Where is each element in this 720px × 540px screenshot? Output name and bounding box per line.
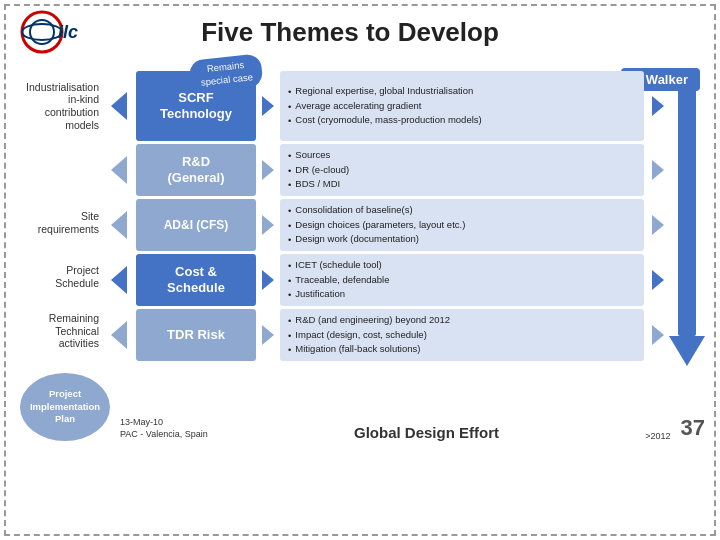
bullet-item: • Design choices (parameters, layout etc… bbox=[288, 219, 636, 232]
row-right-arrow-3 bbox=[259, 199, 277, 251]
svg-rect-4 bbox=[678, 71, 696, 336]
bullets-rd: • Sources • DR (e-cloud) • BDS / MDI bbox=[280, 144, 644, 196]
bullets-cost: • ICET (schedule tool) • Traceable, defe… bbox=[280, 254, 644, 306]
bottom-center: Global Design Effort bbox=[218, 424, 636, 441]
bullet-item: • Sources bbox=[288, 149, 636, 162]
svg-marker-5 bbox=[669, 336, 705, 366]
left-label-4: ProjectSchedule bbox=[10, 251, 105, 303]
gt2012-label: >2012 bbox=[645, 431, 670, 441]
bottom-section: ProjectImplementationPlan 13-May-10 PAC … bbox=[0, 369, 720, 447]
themes-column: Remainsspecial case SCRFTechnology • Reg… bbox=[105, 61, 669, 366]
bullet-item: • Average accelerating gradient bbox=[288, 100, 636, 113]
left-label-3: Siterequirements bbox=[10, 197, 105, 249]
left-label-2 bbox=[10, 143, 105, 195]
bullet-item: • Consolidation of baseline(s) bbox=[288, 204, 636, 217]
bullet-item: • DR (e-cloud) bbox=[288, 164, 636, 177]
far-right-arrow-4 bbox=[647, 254, 669, 306]
bullets-adi: • Consolidation of baseline(s) • Design … bbox=[280, 199, 644, 251]
theme-box-cost: Cost &Schedule bbox=[136, 254, 256, 306]
right-vertical-arrow bbox=[669, 71, 705, 366]
bullet-item: • Regional expertise, global Industriali… bbox=[288, 85, 636, 98]
theme-box-rd: R&D(General) bbox=[136, 144, 256, 196]
row-right-arrow-2 bbox=[259, 144, 277, 196]
far-right-arrow-1 bbox=[647, 71, 669, 141]
special-badge: Remainsspecial case bbox=[190, 57, 262, 90]
far-right-arrow-5 bbox=[647, 309, 669, 361]
far-right-arrow-2 bbox=[647, 144, 669, 196]
row-arrow-5 bbox=[105, 309, 133, 361]
theme-row-2: R&D(General) • Sources • DR (e-cloud) • … bbox=[105, 144, 669, 196]
page-title: Five Themes to Develop bbox=[0, 17, 700, 48]
global-design-label: Global Design Effort bbox=[218, 424, 636, 441]
far-right-arrow-3 bbox=[647, 199, 669, 251]
header: ilc Five Themes to Develop bbox=[0, 0, 720, 59]
theme-row-4: Cost &Schedule • ICET (schedule tool) • … bbox=[105, 254, 669, 306]
row-right-arrow-5 bbox=[259, 309, 277, 361]
left-label-1: Industrialisationin-kindcontributionmode… bbox=[10, 71, 105, 141]
bullet-item: • Impact (design, cost, schedule) bbox=[288, 329, 636, 342]
theme-row-3: AD&I (CFS) • Consolidation of baseline(s… bbox=[105, 199, 669, 251]
bullet-item: • Traceable, defendable bbox=[288, 274, 636, 287]
bullet-item: • Cost (cryomodule, mass-production mode… bbox=[288, 114, 636, 127]
row-arrow-4 bbox=[105, 254, 133, 306]
bottom-date: 13-May-10 PAC - Valencia, Spain bbox=[120, 416, 208, 441]
theme-box-tdr: TDR Risk bbox=[136, 309, 256, 361]
bullets-scrf: • Regional expertise, global Industriali… bbox=[280, 71, 644, 141]
theme-row-5: TDR Risk • R&D (and engineering) beyond … bbox=[105, 309, 669, 361]
left-label-5: RemainingTechnicalactivities bbox=[10, 305, 105, 357]
bullet-item: • R&D (and engineering) beyond 2012 bbox=[288, 314, 636, 327]
row-arrow-2 bbox=[105, 144, 133, 196]
row-right-arrow-4 bbox=[259, 254, 277, 306]
page-number: 37 bbox=[681, 415, 705, 441]
bullet-item: • Mitigation (fall-back solutions) bbox=[288, 343, 636, 356]
theme-box-adi: AD&I (CFS) bbox=[136, 199, 256, 251]
project-impl-box: ProjectImplementationPlan bbox=[20, 373, 110, 441]
right-arrow-column bbox=[669, 61, 705, 366]
bullet-item: • Justification bbox=[288, 288, 636, 301]
row-arrow-3 bbox=[105, 199, 133, 251]
bullet-item: • BDS / MDI bbox=[288, 178, 636, 191]
bullet-item: • ICET (schedule tool) bbox=[288, 259, 636, 272]
bullets-tdr: • R&D (and engineering) beyond 2012 • Im… bbox=[280, 309, 644, 361]
bullet-item: • Design work (documentation) bbox=[288, 233, 636, 246]
row-arrow-1 bbox=[105, 71, 133, 141]
left-labels: Industrialisationin-kindcontributionmode… bbox=[10, 61, 105, 366]
main-content: Industrialisationin-kindcontributionmode… bbox=[0, 61, 720, 366]
